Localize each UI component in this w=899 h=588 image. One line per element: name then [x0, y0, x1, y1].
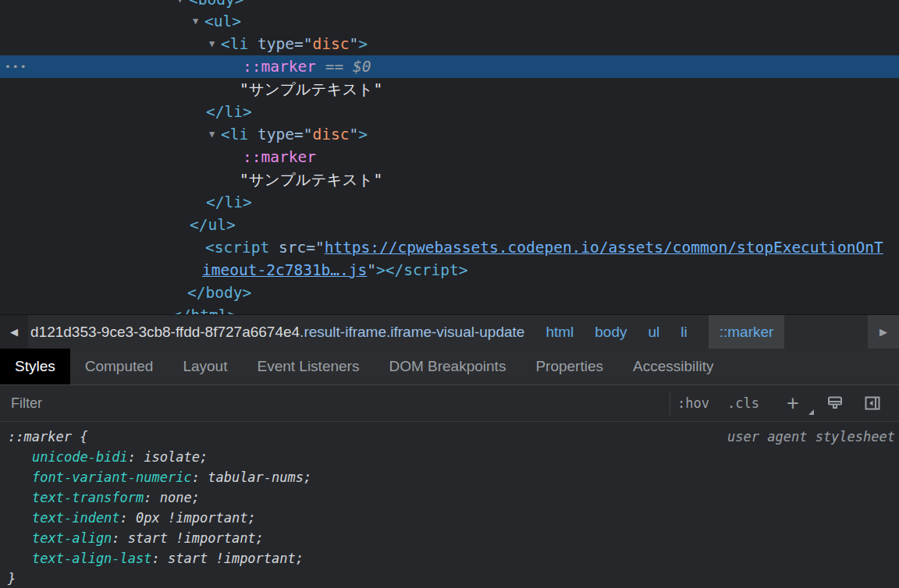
tab-styles[interactable]: Styles — [0, 349, 70, 384]
css-declaration: text-indent: 0px !important; — [0, 508, 899, 528]
tag-name: <li — [221, 126, 258, 143]
stylesheet-origin-label: user agent stylesheet — [727, 427, 899, 447]
dom-node-marker[interactable]: ::marker — [0, 146, 899, 168]
attr-quote: " — [349, 35, 358, 53]
expand-arrow-icon[interactable]: ▼ — [209, 123, 215, 146]
expand-arrow-icon[interactable]: ▼ — [177, 0, 183, 11]
breadcrumb-item-html[interactable]: html — [545, 315, 574, 349]
semicolon: ; — [247, 510, 255, 526]
body-close-tag: </body> — [187, 282, 251, 304]
attr-value: disc — [312, 126, 349, 143]
element-classes-button[interactable]: .cls — [727, 385, 759, 421]
li-open-tag: <li type="disc"> — [221, 33, 368, 55]
breadcrumb-scroll-left[interactable]: ◀ — [0, 315, 28, 349]
tab-computed[interactable]: Computed — [70, 349, 169, 384]
dom-node-marker-selected[interactable]: ••• ::marker == $0 — [0, 55, 899, 78]
tag-close-bracket: > — [358, 126, 368, 143]
breadcrumb: ◀ d121d353-9ce3-3cb8-ffdd-8f727a6674e4.r… — [0, 314, 899, 349]
toolbar-divider — [670, 391, 670, 415]
css-declaration: text-align: start !important; — [0, 528, 899, 548]
semicolon: ; — [256, 530, 264, 546]
css-property-name: text-indent — [32, 510, 120, 526]
script-src-link[interactable]: https://cpwebassets.codepen.io/assets/co… — [325, 239, 883, 257]
pseudo-element-label: ::marker — [243, 58, 316, 76]
expand-arrow-icon[interactable]: ▼ — [193, 10, 198, 33]
semicolon: ; — [296, 551, 304, 566]
breadcrumb-list: d121d353-9ce3-3cb8-ffdd-8f727a6674e4.res… — [30, 315, 865, 349]
css-declaration: text-transform: none; — [0, 487, 899, 508]
html-close-tag: </html> — [172, 304, 236, 314]
colon: : — [128, 449, 144, 465]
styles-pane: ::marker { user agent stylesheet unicode… — [0, 422, 899, 588]
tag-name: ></script> — [376, 261, 467, 279]
dom-node-li-close[interactable]: </li> — [0, 191, 899, 214]
paint-roller-button[interactable] — [826, 394, 844, 413]
dom-node-ul-open[interactable]: ▼ <ul> — [0, 10, 899, 33]
dom-node-body-open[interactable]: ▼ <body> — [0, 0, 899, 11]
dom-node-script-line2[interactable]: imeout-2c7831b….js"></script> — [0, 259, 899, 282]
breadcrumb-scroll-right[interactable]: ▶ — [868, 315, 899, 349]
styles-toolbar: :hov .cls + — [0, 385, 899, 422]
tab-accessibility[interactable]: Accessibility — [618, 349, 728, 384]
attr-eq-quote: =" — [306, 239, 324, 257]
attr-value: disc — [312, 35, 349, 53]
breadcrumb-item-body[interactable]: body — [595, 315, 627, 349]
tab-event-listeners[interactable]: Event Listeners — [242, 349, 374, 384]
css-property-value: start !important — [168, 551, 296, 566]
colon: : — [120, 510, 136, 526]
dom-node-li-close[interactable]: </li> — [0, 101, 899, 123]
dom-node-script-line1[interactable]: <script src="https://cpwebassets.codepen… — [0, 236, 899, 259]
attr-name: src — [279, 239, 306, 257]
li-close-tag: </li> — [206, 191, 252, 214]
marker-pseudo-node: ::marker == $0 — [243, 55, 371, 78]
css-property-value: 0px !important — [136, 510, 247, 526]
close-brace: } — [8, 571, 16, 586]
dom-node-text[interactable]: "サンプルテキスト" — [0, 168, 899, 191]
tab-layout[interactable]: Layout — [168, 349, 242, 384]
tag-name: <li — [221, 35, 258, 53]
text-node: "サンプルテキスト" — [240, 78, 382, 101]
elements-dom-tree: ▼ <body> ▼ <ul> ▼ <li type="disc"> ••• :… — [0, 0, 899, 314]
dom-node-li-open[interactable]: ▼ <li type="disc"> — [0, 33, 899, 55]
breadcrumb-item-ul[interactable]: ul — [648, 315, 659, 349]
breadcrumb-item-marker[interactable]: ::marker — [709, 315, 785, 349]
script-open-tag: <script src="https://cpwebassets.codepen… — [205, 236, 883, 259]
ul-close-tag: </ul> — [190, 214, 236, 236]
dropdown-corner-icon — [808, 409, 814, 415]
pseudo-element-label: ::marker — [243, 146, 316, 168]
colon: : — [144, 490, 159, 505]
body-open-tag: <body> — [189, 0, 243, 11]
new-style-rule-button[interactable]: + — [787, 385, 799, 421]
text-node: "サンプルテキスト" — [240, 168, 382, 191]
css-property-name: text-transform — [32, 490, 144, 505]
more-actions-icon[interactable]: ••• — [5, 55, 27, 78]
css-rule-header: ::marker { user agent stylesheet — [0, 427, 899, 447]
attr-quote: " — [349, 126, 358, 143]
css-property-value: none — [160, 490, 192, 505]
tab-dom-breakpoints[interactable]: DOM Breakpoints — [374, 349, 521, 384]
script-src-link[interactable]: imeout-2c7831b….js — [202, 261, 367, 279]
styles-filter-input[interactable] — [5, 391, 641, 416]
tab-properties[interactable]: Properties — [521, 349, 618, 384]
dom-node-text[interactable]: "サンプルテキスト" — [0, 78, 899, 101]
attr-quote: " — [367, 261, 376, 279]
css-selector[interactable]: ::marker { — [8, 427, 87, 447]
toggle-element-state-button[interactable]: :hov — [677, 385, 709, 421]
dom-node-body-close[interactable]: </body> — [0, 282, 899, 304]
breadcrumb-item-iframe[interactable]: d121d353-9ce3-3cb8-ffdd-8f727a6674e4.res… — [30, 315, 524, 349]
open-brace: { — [72, 429, 87, 445]
chevron-right-icon: ▶ — [879, 326, 887, 338]
breadcrumb-item-li[interactable]: li — [680, 315, 687, 349]
dom-node-li-open[interactable]: ▼ <li type="disc"> — [0, 123, 899, 146]
li-close-tag: </li> — [206, 101, 252, 123]
dom-node-html-close[interactable]: </html> — [0, 304, 899, 314]
attr-name: type — [258, 35, 294, 53]
semicolon: ; — [200, 449, 208, 465]
semicolon: ; — [192, 490, 200, 505]
expand-arrow-icon[interactable]: ▼ — [209, 33, 215, 55]
equals-sign: == — [316, 58, 353, 76]
dom-node-ul-close[interactable]: </ul> — [0, 214, 899, 236]
devtools-window: ▼ <body> ▼ <ul> ▼ <li type="disc"> ••• :… — [0, 0, 899, 588]
css-property-value: start !important — [128, 530, 256, 546]
toggle-sidebar-button[interactable] — [863, 394, 882, 413]
